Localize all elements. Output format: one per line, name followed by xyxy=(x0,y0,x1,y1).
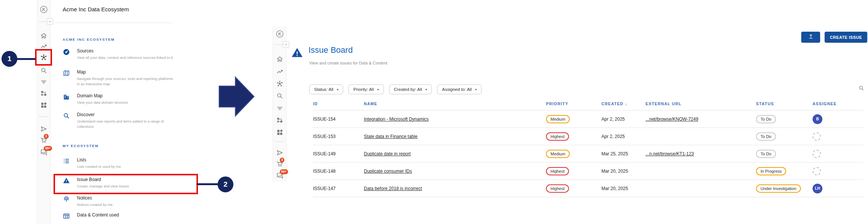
grid-icon[interactable] xyxy=(40,101,48,109)
issue-name-link[interactable]: Duplicate consumer IDs xyxy=(364,169,412,174)
k-logo-icon[interactable]: K xyxy=(275,30,284,38)
cell-assignee xyxy=(813,167,863,175)
issue-row[interactable]: ISSUE-148Duplicate consumer IDsHighestMa… xyxy=(313,163,863,180)
trending-icon[interactable] xyxy=(276,68,284,75)
sidebar-item-label: Notices xyxy=(77,195,113,201)
issue-row[interactable]: ISSUE-154Integration - Microsoft Dynamic… xyxy=(313,110,863,128)
column-header-name[interactable]: NAME xyxy=(364,101,546,106)
chevron-down-icon: ▾ xyxy=(337,88,338,91)
table-search-icon[interactable] xyxy=(858,85,865,91)
external-url-link[interactable]: ...net/browse/KNOW-7249 xyxy=(646,117,698,122)
issue-name-link[interactable]: Integration - Microsoft Dynamics xyxy=(364,117,429,122)
tree-icon[interactable] xyxy=(276,117,284,124)
upload-button[interactable] xyxy=(801,32,820,43)
unassigned-avatar-placeholder[interactable] xyxy=(813,167,821,175)
column-header-created[interactable]: CREATED↓ xyxy=(601,101,646,106)
sidebar-item-description: Understand new reports and items added t… xyxy=(77,119,174,130)
annotation-marker-2: 2 xyxy=(218,176,233,192)
sidebar-item-notices[interactable]: NoticesNotices created by me xyxy=(63,195,193,207)
assignee-avatar[interactable]: LH xyxy=(813,184,822,193)
grid-icon[interactable] xyxy=(276,129,284,136)
cell-created: Mar 20, 2025 xyxy=(601,169,646,174)
cart-icon[interactable]: 3 xyxy=(40,137,48,144)
cart-badge: 3 xyxy=(44,134,49,139)
issue-row[interactable]: ISSUE-149Duplicate date in reportMediumM… xyxy=(313,145,863,163)
expand-chevron-icon[interactable]: › xyxy=(283,41,289,48)
priority-badge: Medium xyxy=(546,115,570,123)
table-header-row: IDNAMEPRIORITYCREATED↓EXTERNAL URLSTATUS… xyxy=(313,97,863,110)
column-header-assignee[interactable]: ASSIGNEE xyxy=(813,101,863,106)
toolbar: CREATE ISSUE xyxy=(801,32,867,43)
issue-name-link[interactable]: Data before 2018 is incorrect xyxy=(364,186,422,191)
column-header-id[interactable]: ID xyxy=(313,101,364,106)
status-badge: Under Investigation xyxy=(756,184,801,193)
unassigned-avatar-placeholder[interactable] xyxy=(813,132,821,141)
issue-name-link[interactable]: Stale data in Finance table xyxy=(364,134,417,139)
search-icon[interactable] xyxy=(276,92,284,100)
cell-id: ISSUE-148 xyxy=(313,169,364,174)
cell-name: Duplicate consumer IDs xyxy=(364,169,546,174)
external-url-link[interactable]: ...n.net/browse/KT1-123 xyxy=(646,151,694,156)
column-header-external-url[interactable]: EXTERNAL URL xyxy=(646,101,756,106)
cell-id: ISSUE-154 xyxy=(313,117,364,122)
issue-row[interactable]: ISSUE-153Stale data in Finance tableHigh… xyxy=(313,128,863,145)
cell-name: Duplicate date in report xyxy=(364,151,546,156)
sidebar-item-label: Discover xyxy=(77,112,174,117)
sidebar-item-sources[interactable]: SourcesView all your data, content and r… xyxy=(63,48,193,60)
sidebar-title: Acme Inc Data Ecosystem xyxy=(63,6,129,12)
cell-created: Apr 2, 2025 xyxy=(601,134,646,139)
hub-icon[interactable] xyxy=(276,80,284,87)
column-header-label: EXTERNAL URL xyxy=(646,101,681,106)
cell-id: ISSUE-153 xyxy=(313,134,364,139)
column-header-status[interactable]: STATUS xyxy=(756,101,813,106)
filter-priority[interactable]: Priority: All▾ xyxy=(348,84,383,94)
cell-priority: Highest xyxy=(546,132,601,141)
cell-priority: Highest xyxy=(546,167,601,175)
create-issue-button[interactable]: CREATE ISSUE xyxy=(825,32,867,43)
cell-status: To Do xyxy=(756,115,813,123)
cell-id: ISSUE-147 xyxy=(313,186,364,191)
home-icon[interactable] xyxy=(276,55,284,63)
issue-row[interactable]: ISSUE-147Data before 2018 is incorrectHi… xyxy=(313,180,863,197)
search-icon[interactable] xyxy=(40,67,48,74)
filter-created-by[interactable]: Created by: All▾ xyxy=(389,84,432,94)
sidebar-item-data-content-used[interactable]: Data & Content used xyxy=(63,212,193,220)
cell-assignee xyxy=(813,132,863,141)
filter-status[interactable]: Status: All▾ xyxy=(309,84,343,94)
cell-external-url: ...net/browse/KNOW-7249 xyxy=(646,117,756,122)
cell-id: ISSUE-149 xyxy=(313,151,364,156)
filter-icon[interactable] xyxy=(40,78,48,86)
k-logo-icon[interactable]: K xyxy=(40,5,48,14)
cell-assignee xyxy=(813,150,863,158)
expand-chevron-icon[interactable]: › xyxy=(47,18,53,25)
tree-icon[interactable] xyxy=(40,90,48,97)
cell-created: Mar 20, 2025 xyxy=(601,186,646,191)
sidebar-section-label: ACME INC ECOSYSTEM xyxy=(63,37,115,41)
sidebar-item-domain-map[interactable]: Domain MapView your data domain structur… xyxy=(63,93,193,105)
cell-status: To Do xyxy=(756,132,813,141)
cart-icon[interactable]: 3 xyxy=(276,160,284,168)
warning-triangle-icon xyxy=(291,46,304,59)
priority-badge: Highest xyxy=(546,167,569,175)
assignee-avatar[interactable]: B xyxy=(813,114,822,124)
issue-name-link[interactable]: Duplicate date in report xyxy=(364,151,411,156)
chat-icon[interactable]: 99+ xyxy=(276,172,284,180)
home-icon[interactable] xyxy=(40,32,48,40)
column-header-priority[interactable]: PRIORITY xyxy=(546,101,601,106)
chat-icon[interactable]: 99+ xyxy=(40,149,48,156)
filter-assigned-to[interactable]: Assigned to: All▾ xyxy=(437,84,482,94)
unassigned-avatar-placeholder[interactable] xyxy=(813,150,821,158)
screenshot-canvas: 1 K›399+ Acme Inc Data Ecosystem ACME IN… xyxy=(0,0,868,224)
cell-external-url: ...n.net/browse/KT1-123 xyxy=(646,151,756,156)
send-icon[interactable] xyxy=(276,149,284,156)
sidebar-item-discover[interactable]: DiscoverUnderstand new reports and items… xyxy=(63,112,193,130)
sidebar-item-lists[interactable]: ListsLists created or used by me xyxy=(63,157,193,169)
send-icon[interactable] xyxy=(40,125,48,133)
annotation-connector-1 xyxy=(17,58,35,60)
cart-badge: 3 xyxy=(280,158,285,163)
filter-label: Assigned to: All xyxy=(442,87,472,92)
sidebar-item-description: Navigate through your sources, tools and… xyxy=(77,76,174,87)
filter-icon[interactable] xyxy=(276,104,284,112)
cell-priority: Medium xyxy=(546,115,601,123)
sidebar-item-map[interactable]: MapNavigate through your sources, tools … xyxy=(63,69,193,87)
